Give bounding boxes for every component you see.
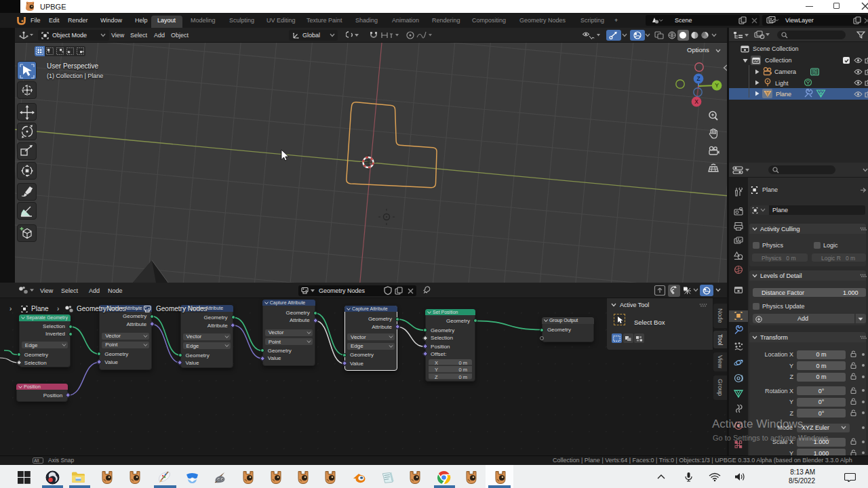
- svg-text:Z: Z: [696, 75, 700, 82]
- svg-text:X: X: [694, 98, 698, 105]
- svg-text:CH: CH: [812, 72, 817, 75]
- svg-text:Y: Y: [715, 82, 719, 89]
